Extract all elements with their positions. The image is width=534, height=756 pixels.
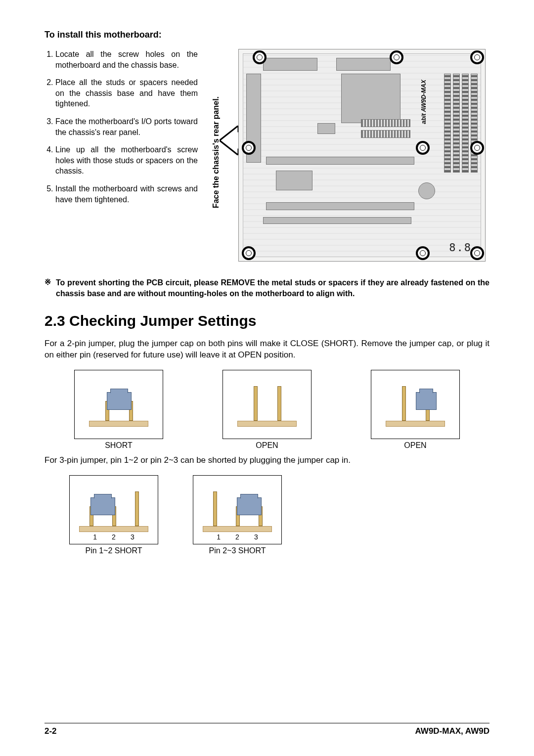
warning-note: ※ To prevent shorting the PCB circuit, p… bbox=[44, 277, 490, 299]
install-step-1: Locate all the screw holes on the mother… bbox=[55, 49, 198, 70]
two-pin-jumper-row: SHORT OPEN OPEN bbox=[44, 370, 490, 450]
install-steps-col: Locate all the screw holes on the mother… bbox=[44, 49, 198, 262]
jumper-pin23-diagram: 1 2 3 bbox=[193, 475, 282, 544]
jumper-open2-col: OPEN bbox=[371, 370, 460, 450]
jumper-open1-diagram bbox=[222, 370, 312, 439]
motherboard-diagram: abit AW9D-MAX 8.8 bbox=[238, 49, 486, 262]
jumper-open2-diagram bbox=[371, 370, 460, 439]
motherboard-inner: abit AW9D-MAX 8.8 bbox=[243, 53, 481, 257]
jumper-pin12-col: 1 2 3 Pin 1~2 SHORT bbox=[69, 475, 158, 555]
pin-num-1: 1 bbox=[93, 533, 97, 541]
pin-num-3: 3 bbox=[131, 533, 134, 541]
board-seven-segment: 8.8 bbox=[449, 241, 472, 254]
board-brand-text: abit AW9D-MAX bbox=[420, 80, 427, 124]
jumper-section-heading: 2.3 Checking Jumper Settings bbox=[44, 312, 490, 329]
jumper-open1-col: OPEN bbox=[222, 370, 312, 450]
jumper-pin12-label: Pin 1~2 SHORT bbox=[86, 546, 142, 555]
note-text: To prevent shorting the PCB circuit, ple… bbox=[56, 277, 490, 299]
page-footer: 2-2 AW9D-MAX, AW9D bbox=[44, 723, 490, 736]
pin-num-1b: 1 bbox=[217, 533, 221, 541]
jumper-short-diagram bbox=[74, 370, 163, 439]
install-step-3: Face the motherboard's I/O ports toward … bbox=[55, 116, 198, 137]
jumper-pin23-col: 1 2 3 Pin 2~3 SHORT bbox=[193, 475, 282, 555]
pin-num-3b: 3 bbox=[254, 533, 258, 541]
install-top-row: Locate all the screw holes on the mother… bbox=[44, 49, 490, 262]
jumper-para-2: For 3-pin jumper, pin 1~2 or pin 2~3 can… bbox=[44, 455, 490, 466]
install-step-2: Place all the studs or spacers needed on… bbox=[55, 77, 198, 109]
orient-arrow-col: Face the chassis's rear panel. bbox=[206, 49, 226, 262]
install-step-4: Line up all the motherboard's screw hole… bbox=[55, 144, 198, 177]
jumper-short-col: SHORT bbox=[74, 370, 163, 450]
footer-page-number: 2-2 bbox=[44, 726, 57, 736]
jumper-short-label: SHORT bbox=[74, 441, 163, 450]
footer-model: AW9D-MAX, AW9D bbox=[415, 726, 490, 736]
pin-num-2b: 2 bbox=[235, 533, 239, 541]
motherboard-diagram-col: abit AW9D-MAX 8.8 bbox=[234, 49, 490, 262]
install-heading: To install this motherboard: bbox=[44, 30, 490, 40]
jumper-pin12-diagram: 1 2 3 bbox=[69, 475, 158, 544]
jumper-open1-label: OPEN bbox=[222, 441, 312, 450]
jumper-open2-label: OPEN bbox=[371, 441, 460, 450]
pin-num-2: 2 bbox=[112, 533, 116, 541]
jumper-para-1: For a 2-pin jumper, plug the jumper cap … bbox=[44, 338, 490, 361]
board-brand-label: abit AW9D-MAX bbox=[420, 80, 427, 124]
note-symbol: ※ bbox=[44, 277, 51, 299]
three-pin-jumper-row: 1 2 3 Pin 1~2 SHORT 1 2 3 Pin 2~3 SHORT bbox=[69, 475, 490, 555]
jumper-pin23-label: Pin 2~3 SHORT bbox=[209, 546, 266, 555]
install-step-5: Install the motherboard with screws and … bbox=[55, 183, 198, 205]
install-steps-list: Locate all the screw holes on the mother… bbox=[55, 49, 198, 205]
